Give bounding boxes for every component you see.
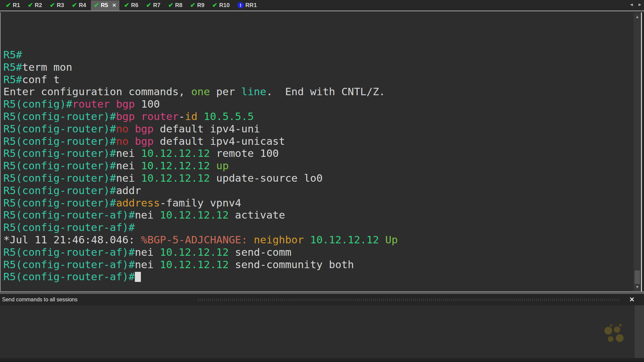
terminal-text-segment: R5(config-router)# (3, 172, 116, 184)
pane-splitter[interactable] (0, 291, 644, 294)
terminal-line: R5(config-router)#no bgp default ipv4-un… (3, 123, 634, 135)
scroll-up-icon[interactable]: ▲ (634, 14, 641, 19)
terminal-line: R5#conf t (3, 73, 634, 86)
terminal-text-segment: bgp (135, 123, 154, 135)
tab-label: R10 (219, 2, 229, 9)
alert-icon: ! (237, 2, 244, 8)
scrollbar-thumb[interactable] (635, 270, 640, 284)
tab-label: R9 (197, 2, 205, 9)
connected-check-icon: ✔ (146, 2, 152, 8)
tab-label: R3 (57, 2, 64, 9)
terminal-text-segment: up (216, 160, 229, 172)
terminal-text-segment: bgp (135, 135, 154, 147)
terminal-line: R5(config-router)#nei 10.12.12.12 up (3, 160, 634, 172)
logo-dot (616, 334, 624, 342)
terminal-text-segment: Up (385, 234, 398, 246)
tab-scroll-left-icon[interactable]: ◄ (629, 2, 634, 7)
connected-check-icon: ✔ (168, 2, 173, 8)
connected-check-icon: ✔ (190, 2, 196, 8)
terminal-text-segment: -family vpnv4 (160, 197, 241, 209)
terminal-text-segment: nei (116, 172, 141, 184)
tab-R1[interactable]: ✔R1 (3, 0, 23, 10)
terminal-text-segment: 10.5.5.5 (204, 110, 254, 122)
tab-R5[interactable]: ✔R5✕ (91, 0, 119, 10)
terminal-text-segment: send-community both (229, 258, 354, 270)
terminal-text-segment: - (179, 110, 185, 122)
logo-dot (604, 327, 612, 335)
terminal-line: R5(config-router)#bgp router-id 10.5.5.5 (3, 110, 634, 123)
terminal-text-segment: R5(config-router)# (3, 160, 116, 172)
terminal-text-segment: no (116, 123, 128, 135)
terminal-line: R5(config-router)#no bgp default ipv4-un… (3, 135, 634, 147)
terminal-line: Enter configuration commands, one per li… (3, 85, 634, 98)
terminal-text-segment: bgp router (116, 110, 179, 122)
terminal-text-segment: R5(config)# (3, 98, 72, 110)
terminal-line: *Jul 11 21:46:48.046: %BGP-5-ADJCHANGE: … (3, 234, 634, 246)
terminal-scrollbar[interactable]: ▲ ▼ (634, 12, 641, 291)
command-bar-label: Send commands to all sessions (2, 297, 77, 303)
window-right-edge (642, 12, 644, 291)
terminal-line: R5(config-router-af)#nei 10.12.12.12 sen… (3, 258, 634, 271)
terminal-output[interactable]: R5#R5#term monR5#conf tEnter configurati… (0, 12, 634, 291)
terminal-line: R5(config-router-af)#nei 10.12.12.12 sen… (3, 246, 634, 258)
terminal-text-segment: Enter configuration commands, (3, 85, 191, 98)
tab-scroll-right-icon[interactable]: ► (638, 2, 642, 7)
terminal-text-segment: . End with CNTL/Z. (266, 85, 385, 98)
terminal-text-segment: 10.12.12.12 (160, 209, 229, 221)
logo-dot (610, 324, 612, 327)
terminal-text-segment: R5(config-router)# (3, 123, 116, 135)
connected-check-icon: ✔ (6, 2, 11, 8)
tab-RR1[interactable]: !RR1 (234, 0, 260, 10)
tab-R2[interactable]: ✔R2 (25, 0, 45, 10)
tab-R10[interactable]: ✔R10 (209, 0, 232, 10)
terminal-text-segment: 10.12.12.12 (160, 246, 229, 258)
terminal-text-segment: *Jul 11 21:46:48.046: (3, 234, 141, 246)
terminal-text-segment: 100 (135, 98, 160, 110)
terminal-text-segment: R5(config-router-af)# (3, 258, 135, 270)
terminal-text-segment: R5# (3, 73, 22, 85)
command-bar-grip (197, 298, 620, 301)
terminal-text-segment: one (191, 85, 210, 98)
terminal-text-segment: address (116, 197, 160, 209)
terminal-text-segment: addr (116, 184, 141, 196)
command-bar-close-icon[interactable]: ✕ (629, 296, 635, 303)
tab-scroll-controls: ◄ ► (629, 2, 642, 7)
command-bar: Send commands to all sessions ✕ (0, 294, 644, 305)
terminal-text-segment: default ipv4-unicast (154, 135, 285, 147)
terminal-text-segment (128, 135, 135, 147)
terminal-line: R5(config-router-af)# (3, 221, 634, 234)
session-tab-bar: ✔R1✔R2✔R3✔R4✔R5✕✔R6✔R7✔R8✔R9✔R10!RR1 ◄ ► (0, 0, 644, 11)
terminal-text-segment: router bgp (72, 98, 135, 110)
tab-R7[interactable]: ✔R7 (143, 0, 164, 10)
tab-label: R1 (13, 2, 20, 9)
tab-R8[interactable]: ✔R8 (165, 0, 185, 10)
watermark-logo (602, 320, 629, 345)
terminal-text-segment: nei (116, 147, 141, 159)
logo-dot (614, 326, 620, 333)
terminal-text-segment: neighbor (254, 234, 304, 246)
terminal-text-segment: R5(config-router-af)# (3, 270, 135, 283)
logo-dot (608, 336, 613, 342)
terminal-text-segment: term mon (22, 61, 72, 73)
terminal-line: R5(config-router)#nei 10.12.12.12 update… (3, 172, 634, 184)
tab-R3[interactable]: ✔R3 (47, 0, 67, 10)
terminal-text-segment: activate (229, 209, 285, 221)
terminal-text-segment (248, 234, 254, 246)
terminal-text-segment: per (210, 85, 241, 98)
scroll-down-icon[interactable]: ▼ (634, 285, 641, 289)
tab-R6[interactable]: ✔R6 (121, 0, 142, 10)
tab-close-icon[interactable]: ✕ (112, 2, 116, 8)
command-input-scrollbar[interactable] (635, 305, 644, 358)
command-input-area[interactable] (0, 305, 644, 362)
terminal-text-segment: 10.12.12.12 (141, 160, 210, 172)
connected-check-icon: ✔ (212, 2, 217, 8)
tab-R4[interactable]: ✔R4 (69, 0, 89, 10)
terminal-text-segment: 10.12.12.12 (141, 172, 210, 184)
connected-check-icon: ✔ (72, 2, 77, 8)
terminal-line: R5# (3, 49, 634, 61)
securecrt-window: ✔R1✔R2✔R3✔R4✔R5✕✔R6✔R7✔R8✔R9✔R10!RR1 ◄ ►… (0, 0, 644, 362)
tab-R9[interactable]: ✔R9 (187, 0, 208, 10)
terminal-text-segment: remote 100 (210, 147, 279, 159)
terminal-text-segment: 10.12.12.12 (160, 258, 229, 270)
terminal-text-segment (379, 234, 385, 246)
